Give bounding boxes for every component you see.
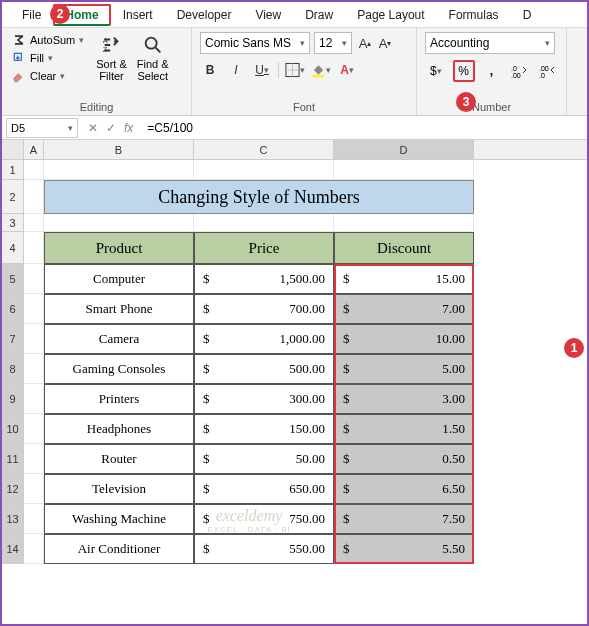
fill-button[interactable]: Fill▾ <box>10 50 86 66</box>
font-color-button[interactable]: A▾ <box>337 60 357 80</box>
search-icon <box>142 34 164 56</box>
discount-cell[interactable]: $6.50 <box>334 474 474 504</box>
product-cell[interactable]: Camera <box>44 324 194 354</box>
cancel-formula-icon[interactable]: ✕ <box>88 121 98 135</box>
price-cell[interactable]: $1,500.00 <box>194 264 334 294</box>
name-box[interactable]: D5▾ <box>6 118 78 138</box>
product-cell[interactable]: Printers <box>44 384 194 414</box>
price-cell[interactable]: $650.00 <box>194 474 334 504</box>
row-headers: 1 2 3 4 5 6 7 8 9 10 11 12 13 14 <box>2 160 24 564</box>
col-head-D[interactable]: D <box>334 140 474 159</box>
product-cell[interactable]: Air Conditioner <box>44 534 194 564</box>
table-row: Headphones$150.00$1.50 <box>24 414 474 444</box>
select-all-corner[interactable] <box>2 140 24 159</box>
find-select-button[interactable]: Find & Select <box>137 32 169 82</box>
formula-input[interactable]: =C5/100 <box>141 121 587 135</box>
product-cell[interactable]: Computer <box>44 264 194 294</box>
tab-pagelayout[interactable]: Page Layout <box>345 4 436 26</box>
row-head-1[interactable]: 1 <box>2 160 24 180</box>
tab-draw[interactable]: Draw <box>293 4 345 26</box>
product-cell[interactable]: Gaming Consoles <box>44 354 194 384</box>
sort-filter-button[interactable]: AZ Sort & Filter <box>96 32 127 82</box>
accept-formula-icon[interactable]: ✓ <box>106 121 116 135</box>
price-cell[interactable]: $550.00 <box>194 534 334 564</box>
table-row: Air Conditioner$550.00$5.50 <box>24 534 474 564</box>
number-format-select[interactable]: Accounting▾ <box>425 32 555 54</box>
svg-point-3 <box>145 38 156 49</box>
fx-icon[interactable]: fx <box>124 121 133 135</box>
underline-button[interactable]: U ▾ <box>252 60 272 80</box>
row-head-4[interactable]: 4 <box>2 232 24 264</box>
product-cell[interactable]: Washing Machine <box>44 504 194 534</box>
row-head-8[interactable]: 8 <box>2 354 24 384</box>
italic-button[interactable]: I <box>226 60 246 80</box>
col-head-B[interactable]: B <box>44 140 194 159</box>
header-discount[interactable]: Discount <box>334 232 474 264</box>
row-head-10[interactable]: 10 <box>2 414 24 444</box>
price-cell[interactable]: $1,000.00 <box>194 324 334 354</box>
formula-bar: D5▾ ✕ ✓ fx =C5/100 <box>2 116 587 140</box>
price-cell[interactable]: $150.00 <box>194 414 334 444</box>
price-cell[interactable]: $750.00 <box>194 504 334 534</box>
col-head-C[interactable]: C <box>194 140 334 159</box>
percent-style-button[interactable]: % <box>453 60 475 82</box>
bold-button[interactable]: B <box>200 60 220 80</box>
title-cell[interactable]: Changing Style of Numbers <box>44 180 474 214</box>
font-size-select[interactable]: 12▾ <box>314 32 352 54</box>
currency-button[interactable]: $ ▾ <box>425 60 447 82</box>
discount-cell[interactable]: $7.50 <box>334 504 474 534</box>
autosum-button[interactable]: AutoSum▾ <box>10 32 86 48</box>
decrease-font-button[interactable]: A▾ <box>376 33 394 53</box>
tab-view[interactable]: View <box>243 4 293 26</box>
price-cell[interactable]: $300.00 <box>194 384 334 414</box>
product-cell[interactable]: Television <box>44 474 194 504</box>
discount-cell[interactable]: $15.00 <box>334 264 474 294</box>
price-cell[interactable]: $700.00 <box>194 294 334 324</box>
product-cell[interactable]: Headphones <box>44 414 194 444</box>
product-cell[interactable]: Router <box>44 444 194 474</box>
col-head-A[interactable]: A <box>24 140 44 159</box>
tab-formulas[interactable]: Formulas <box>437 4 511 26</box>
row-head-12[interactable]: 12 <box>2 474 24 504</box>
row-head-13[interactable]: 13 <box>2 504 24 534</box>
increase-decimal-button[interactable]: .0.00 <box>508 60 530 82</box>
font-name-select[interactable]: Comic Sans MS▾ <box>200 32 310 54</box>
discount-cell[interactable]: $0.50 <box>334 444 474 474</box>
row-head-3[interactable]: 3 <box>2 214 24 232</box>
row-head-5[interactable]: 5 <box>2 264 24 294</box>
borders-button[interactable]: ▾ <box>285 60 305 80</box>
price-cell[interactable]: $50.00 <box>194 444 334 474</box>
tab-extra[interactable]: D <box>511 4 544 26</box>
header-product[interactable]: Product <box>44 232 194 264</box>
discount-cell[interactable]: $5.00 <box>334 354 474 384</box>
price-cell[interactable]: $500.00 <box>194 354 334 384</box>
discount-cell[interactable]: $5.50 <box>334 534 474 564</box>
table-row: Computer$1,500.00$15.00 <box>24 264 474 294</box>
clear-button[interactable]: Clear▾ <box>10 68 86 84</box>
table-row: Smart Phone$700.00$7.00 <box>24 294 474 324</box>
row-head-11[interactable]: 11 <box>2 444 24 474</box>
annotation-2: 2 <box>50 4 70 24</box>
product-cell[interactable]: Smart Phone <box>44 294 194 324</box>
row-head-9[interactable]: 9 <box>2 384 24 414</box>
decrease-decimal-button[interactable]: .00.0 <box>536 60 558 82</box>
discount-cell[interactable]: $3.00 <box>334 384 474 414</box>
group-font: Comic Sans MS▾ 12▾ A▴ A▾ B I U ▾ ▾ <box>192 28 417 115</box>
row-head-14[interactable]: 14 <box>2 534 24 564</box>
cells-area[interactable]: Changing Style of Numbers Product Price … <box>24 160 474 564</box>
tab-developer[interactable]: Developer <box>165 4 244 26</box>
discount-cell[interactable]: $1.50 <box>334 414 474 444</box>
tab-insert[interactable]: Insert <box>111 4 165 26</box>
row-head-2[interactable]: 2 <box>2 180 24 214</box>
header-price[interactable]: Price <box>194 232 334 264</box>
table-row: Gaming Consoles$500.00$5.00 <box>24 354 474 384</box>
fill-color-button[interactable]: ▾ <box>311 60 331 80</box>
comma-style-button[interactable]: , <box>481 60 503 82</box>
decrease-decimal-icon: .00.0 <box>539 63 555 79</box>
increase-font-button[interactable]: A▴ <box>356 33 374 53</box>
discount-cell[interactable]: $10.00 <box>334 324 474 354</box>
row-head-7[interactable]: 7 <box>2 324 24 354</box>
tab-file[interactable]: File <box>10 4 53 26</box>
row-head-6[interactable]: 6 <box>2 294 24 324</box>
discount-cell[interactable]: $7.00 <box>334 294 474 324</box>
